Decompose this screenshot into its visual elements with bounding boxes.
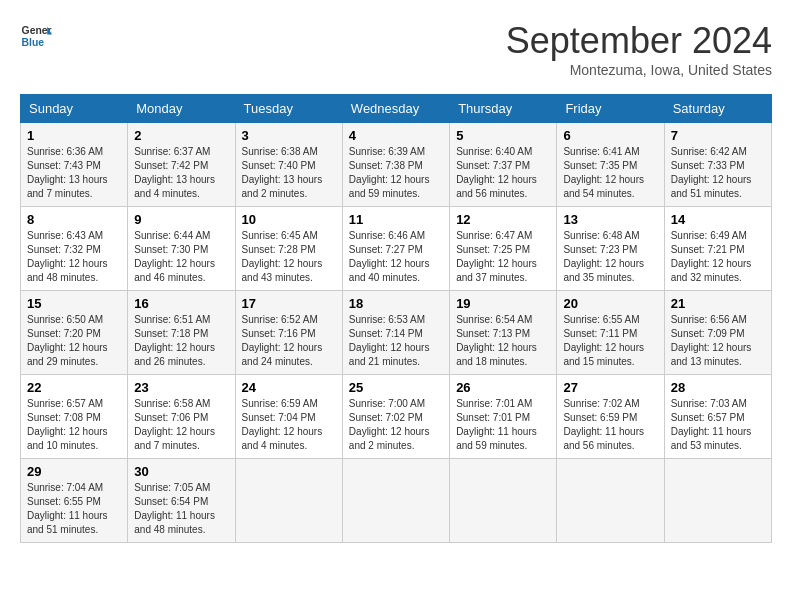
calendar-row: 8Sunrise: 6:43 AMSunset: 7:32 PMDaylight…	[21, 207, 772, 291]
cell-content: Sunrise: 7:01 AMSunset: 7:01 PMDaylight:…	[456, 397, 550, 453]
cell-content: Sunrise: 6:44 AMSunset: 7:30 PMDaylight:…	[134, 229, 228, 285]
page-header: General Blue September 2024 Montezuma, I…	[20, 20, 772, 78]
calendar-cell: 3Sunrise: 6:38 AMSunset: 7:40 PMDaylight…	[235, 123, 342, 207]
cell-content: Sunrise: 7:02 AMSunset: 6:59 PMDaylight:…	[563, 397, 657, 453]
day-number: 16	[134, 296, 228, 311]
cell-content: Sunrise: 7:05 AMSunset: 6:54 PMDaylight:…	[134, 481, 228, 537]
calendar-cell: 2Sunrise: 6:37 AMSunset: 7:42 PMDaylight…	[128, 123, 235, 207]
calendar-cell: 8Sunrise: 6:43 AMSunset: 7:32 PMDaylight…	[21, 207, 128, 291]
calendar-cell: 30Sunrise: 7:05 AMSunset: 6:54 PMDayligh…	[128, 459, 235, 543]
logo-icon: General Blue	[20, 20, 52, 52]
calendar-cell: 23Sunrise: 6:58 AMSunset: 7:06 PMDayligh…	[128, 375, 235, 459]
calendar-cell	[235, 459, 342, 543]
col-wednesday: Wednesday	[342, 95, 449, 123]
cell-content: Sunrise: 6:50 AMSunset: 7:20 PMDaylight:…	[27, 313, 121, 369]
col-monday: Monday	[128, 95, 235, 123]
cell-content: Sunrise: 6:52 AMSunset: 7:16 PMDaylight:…	[242, 313, 336, 369]
cell-content: Sunrise: 6:42 AMSunset: 7:33 PMDaylight:…	[671, 145, 765, 201]
calendar-cell	[450, 459, 557, 543]
cell-content: Sunrise: 6:40 AMSunset: 7:37 PMDaylight:…	[456, 145, 550, 201]
calendar-cell: 9Sunrise: 6:44 AMSunset: 7:30 PMDaylight…	[128, 207, 235, 291]
day-number: 28	[671, 380, 765, 395]
day-number: 3	[242, 128, 336, 143]
day-number: 9	[134, 212, 228, 227]
calendar-cell: 25Sunrise: 7:00 AMSunset: 7:02 PMDayligh…	[342, 375, 449, 459]
calendar-cell: 1Sunrise: 6:36 AMSunset: 7:43 PMDaylight…	[21, 123, 128, 207]
day-number: 29	[27, 464, 121, 479]
calendar-cell: 6Sunrise: 6:41 AMSunset: 7:35 PMDaylight…	[557, 123, 664, 207]
cell-content: Sunrise: 6:54 AMSunset: 7:13 PMDaylight:…	[456, 313, 550, 369]
svg-text:Blue: Blue	[22, 37, 45, 48]
day-number: 4	[349, 128, 443, 143]
calendar-row: 22Sunrise: 6:57 AMSunset: 7:08 PMDayligh…	[21, 375, 772, 459]
cell-content: Sunrise: 6:38 AMSunset: 7:40 PMDaylight:…	[242, 145, 336, 201]
day-number: 24	[242, 380, 336, 395]
cell-content: Sunrise: 6:55 AMSunset: 7:11 PMDaylight:…	[563, 313, 657, 369]
cell-content: Sunrise: 6:45 AMSunset: 7:28 PMDaylight:…	[242, 229, 336, 285]
day-number: 7	[671, 128, 765, 143]
calendar-cell: 19Sunrise: 6:54 AMSunset: 7:13 PMDayligh…	[450, 291, 557, 375]
day-number: 8	[27, 212, 121, 227]
day-number: 10	[242, 212, 336, 227]
calendar-cell: 12Sunrise: 6:47 AMSunset: 7:25 PMDayligh…	[450, 207, 557, 291]
cell-content: Sunrise: 6:56 AMSunset: 7:09 PMDaylight:…	[671, 313, 765, 369]
day-number: 21	[671, 296, 765, 311]
cell-content: Sunrise: 6:47 AMSunset: 7:25 PMDaylight:…	[456, 229, 550, 285]
location-subtitle: Montezuma, Iowa, United States	[506, 62, 772, 78]
calendar-table: Sunday Monday Tuesday Wednesday Thursday…	[20, 94, 772, 543]
day-number: 13	[563, 212, 657, 227]
calendar-cell: 26Sunrise: 7:01 AMSunset: 7:01 PMDayligh…	[450, 375, 557, 459]
calendar-header-row: Sunday Monday Tuesday Wednesday Thursday…	[21, 95, 772, 123]
calendar-cell: 24Sunrise: 6:59 AMSunset: 7:04 PMDayligh…	[235, 375, 342, 459]
calendar-cell: 27Sunrise: 7:02 AMSunset: 6:59 PMDayligh…	[557, 375, 664, 459]
col-sunday: Sunday	[21, 95, 128, 123]
cell-content: Sunrise: 7:03 AMSunset: 6:57 PMDaylight:…	[671, 397, 765, 453]
day-number: 26	[456, 380, 550, 395]
calendar-cell: 10Sunrise: 6:45 AMSunset: 7:28 PMDayligh…	[235, 207, 342, 291]
calendar-cell: 15Sunrise: 6:50 AMSunset: 7:20 PMDayligh…	[21, 291, 128, 375]
calendar-cell: 29Sunrise: 7:04 AMSunset: 6:55 PMDayligh…	[21, 459, 128, 543]
cell-content: Sunrise: 6:41 AMSunset: 7:35 PMDaylight:…	[563, 145, 657, 201]
calendar-cell	[557, 459, 664, 543]
cell-content: Sunrise: 6:36 AMSunset: 7:43 PMDaylight:…	[27, 145, 121, 201]
day-number: 23	[134, 380, 228, 395]
cell-content: Sunrise: 6:58 AMSunset: 7:06 PMDaylight:…	[134, 397, 228, 453]
calendar-cell: 4Sunrise: 6:39 AMSunset: 7:38 PMDaylight…	[342, 123, 449, 207]
calendar-cell: 20Sunrise: 6:55 AMSunset: 7:11 PMDayligh…	[557, 291, 664, 375]
day-number: 19	[456, 296, 550, 311]
calendar-cell	[664, 459, 771, 543]
calendar-row: 15Sunrise: 6:50 AMSunset: 7:20 PMDayligh…	[21, 291, 772, 375]
cell-content: Sunrise: 6:43 AMSunset: 7:32 PMDaylight:…	[27, 229, 121, 285]
cell-content: Sunrise: 6:49 AMSunset: 7:21 PMDaylight:…	[671, 229, 765, 285]
day-number: 2	[134, 128, 228, 143]
day-number: 14	[671, 212, 765, 227]
calendar-cell: 11Sunrise: 6:46 AMSunset: 7:27 PMDayligh…	[342, 207, 449, 291]
cell-content: Sunrise: 6:46 AMSunset: 7:27 PMDaylight:…	[349, 229, 443, 285]
calendar-cell: 14Sunrise: 6:49 AMSunset: 7:21 PMDayligh…	[664, 207, 771, 291]
day-number: 27	[563, 380, 657, 395]
calendar-cell: 18Sunrise: 6:53 AMSunset: 7:14 PMDayligh…	[342, 291, 449, 375]
calendar-cell: 22Sunrise: 6:57 AMSunset: 7:08 PMDayligh…	[21, 375, 128, 459]
calendar-row: 1Sunrise: 6:36 AMSunset: 7:43 PMDaylight…	[21, 123, 772, 207]
day-number: 17	[242, 296, 336, 311]
cell-content: Sunrise: 6:57 AMSunset: 7:08 PMDaylight:…	[27, 397, 121, 453]
calendar-cell: 13Sunrise: 6:48 AMSunset: 7:23 PMDayligh…	[557, 207, 664, 291]
col-tuesday: Tuesday	[235, 95, 342, 123]
day-number: 18	[349, 296, 443, 311]
day-number: 12	[456, 212, 550, 227]
calendar-cell: 21Sunrise: 6:56 AMSunset: 7:09 PMDayligh…	[664, 291, 771, 375]
day-number: 15	[27, 296, 121, 311]
calendar-row: 29Sunrise: 7:04 AMSunset: 6:55 PMDayligh…	[21, 459, 772, 543]
calendar-cell: 17Sunrise: 6:52 AMSunset: 7:16 PMDayligh…	[235, 291, 342, 375]
title-area: September 2024 Montezuma, Iowa, United S…	[506, 20, 772, 78]
col-saturday: Saturday	[664, 95, 771, 123]
day-number: 20	[563, 296, 657, 311]
calendar-cell: 5Sunrise: 6:40 AMSunset: 7:37 PMDaylight…	[450, 123, 557, 207]
cell-content: Sunrise: 6:39 AMSunset: 7:38 PMDaylight:…	[349, 145, 443, 201]
day-number: 6	[563, 128, 657, 143]
calendar-cell	[342, 459, 449, 543]
cell-content: Sunrise: 7:04 AMSunset: 6:55 PMDaylight:…	[27, 481, 121, 537]
month-title: September 2024	[506, 20, 772, 62]
day-number: 25	[349, 380, 443, 395]
day-number: 5	[456, 128, 550, 143]
